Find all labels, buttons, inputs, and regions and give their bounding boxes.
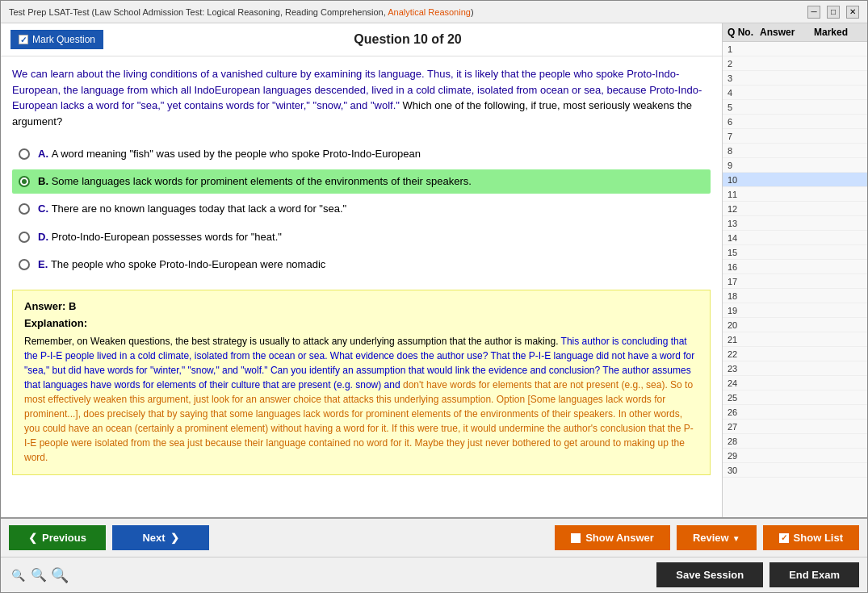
sidebar-row-3[interactable]: 3: [723, 71, 867, 86]
sidebar-row-22[interactable]: 22: [723, 347, 867, 361]
review-button[interactable]: Review: [677, 525, 757, 550]
col-marked: Marked: [814, 27, 862, 38]
close-button[interactable]: ✕: [846, 6, 859, 19]
col-answer: Answer: [760, 27, 814, 38]
q-num-25: 25: [728, 393, 760, 403]
sidebar-row-11[interactable]: 11: [723, 187, 867, 202]
sidebar-row-19[interactable]: 19: [723, 303, 867, 318]
next-button[interactable]: Next: [112, 525, 209, 550]
option-a-text: A. A word meaning "fish" was used by the…: [38, 147, 421, 161]
q-num-22: 22: [728, 349, 760, 359]
option-c[interactable]: C. There are no known languages today th…: [12, 197, 711, 221]
sidebar-header: Q No. Answer Marked: [723, 23, 867, 42]
option-a[interactable]: A. A word meaning "fish" was used by the…: [12, 142, 711, 166]
q-num-14: 14: [728, 233, 760, 243]
sidebar-row-21[interactable]: 21: [723, 332, 867, 347]
sidebar-row-4[interactable]: 4: [723, 86, 867, 100]
options-list: A. A word meaning "fish" was used by the…: [12, 142, 711, 277]
zoom-in-button[interactable]: 🔍: [51, 566, 69, 584]
sidebar-row-5[interactable]: 5: [723, 100, 867, 115]
show-list-icon: ✓: [779, 533, 789, 543]
radio-d: [19, 232, 30, 243]
option-b-text: B. Some languages lack words for promine…: [38, 174, 472, 189]
question-list[interactable]: 1234567891011121314151617181920212223242…: [723, 42, 867, 517]
q-num-4: 4: [728, 88, 760, 98]
question-title: Question 10 of 20: [103, 32, 712, 47]
sidebar-row-12[interactable]: 12: [723, 202, 867, 216]
answer-label: Answer: B: [24, 300, 698, 312]
main-content: Mark Question Question 10 of 20 We can l…: [1, 23, 867, 517]
sidebar-row-26[interactable]: 26: [723, 405, 867, 420]
window-title: Test Prep LSAT-Test (Law School Admissio…: [9, 7, 474, 17]
q-num-28: 28: [728, 436, 760, 446]
sidebar-row-30[interactable]: 30: [723, 463, 867, 478]
left-panel: Mark Question Question 10 of 20 We can l…: [1, 23, 722, 517]
sidebar-row-15[interactable]: 15: [723, 245, 867, 260]
window-controls: ─ □ ✕: [807, 6, 859, 19]
sidebar-row-17[interactable]: 17: [723, 274, 867, 289]
option-b[interactable]: B. Some languages lack words for promine…: [12, 169, 711, 194]
minimize-button[interactable]: ─: [807, 6, 820, 19]
sidebar-row-18[interactable]: 18: [723, 289, 867, 303]
sidebar-row-10[interactable]: 10: [723, 173, 867, 187]
option-d[interactable]: D. Proto-Indo-European possesses words f…: [12, 225, 711, 249]
end-exam-button[interactable]: End Exam: [769, 562, 859, 587]
next-arrow-icon: [170, 532, 179, 544]
q-num-9: 9: [728, 161, 760, 170]
radio-e: [19, 259, 30, 270]
explanation-text: Remember, on Weaken questions, the best …: [24, 334, 698, 465]
q-num-3: 3: [728, 73, 760, 83]
radio-c: [19, 203, 30, 215]
option-e[interactable]: E. The people who spoke Proto-Indo-Europ…: [12, 253, 711, 277]
sidebar-row-8[interactable]: 8: [723, 144, 867, 158]
sidebar-row-7[interactable]: 7: [723, 129, 867, 144]
sidebar-row-25[interactable]: 25: [723, 390, 867, 405]
show-answer-button[interactable]: Show Answer: [555, 525, 670, 550]
q-num-17: 17: [728, 277, 760, 286]
option-c-text: C. There are no known languages today th…: [38, 202, 346, 216]
sidebar-row-2[interactable]: 2: [723, 56, 867, 71]
sidebar-row-24[interactable]: 24: [723, 376, 867, 390]
right-panel: Q No. Answer Marked 12345678910111213141…: [722, 23, 867, 517]
sidebar-row-16[interactable]: 16: [723, 260, 867, 274]
app-window: Test Prep LSAT-Test (Law School Admissio…: [0, 0, 868, 593]
q-num-16: 16: [728, 262, 760, 272]
question-area: We can learn about the living conditions…: [1, 56, 722, 517]
prev-arrow-icon: [28, 532, 37, 544]
q-num-13: 13: [728, 219, 760, 228]
sidebar-row-27[interactable]: 27: [723, 420, 867, 434]
zoom-out-button[interactable]: 🔍: [9, 566, 27, 584]
sidebar-row-20[interactable]: 20: [723, 318, 867, 332]
q-num-21: 21: [728, 335, 760, 345]
save-session-button[interactable]: Save Session: [656, 562, 763, 587]
radio-a: [19, 148, 30, 160]
answer-section: Answer: B Explanation: Remember, on Weak…: [12, 290, 711, 475]
q-num-29: 29: [728, 451, 760, 461]
sidebar-row-13[interactable]: 13: [723, 216, 867, 231]
sidebar-row-29[interactable]: 29: [723, 449, 867, 463]
mark-button-label: Mark Question: [32, 34, 95, 45]
q-num-27: 27: [728, 422, 760, 432]
sidebar-row-1[interactable]: 1: [723, 42, 867, 56]
option-d-text: D. Proto-Indo-European possesses words f…: [38, 230, 282, 244]
q-num-12: 12: [728, 204, 760, 214]
review-dropdown-icon: [732, 532, 740, 544]
sidebar-row-14[interactable]: 14: [723, 231, 867, 245]
previous-button[interactable]: Previous: [9, 525, 106, 550]
sidebar-row-9[interactable]: 9: [723, 158, 867, 173]
maximize-button[interactable]: □: [827, 6, 840, 19]
zoom-controls: 🔍 🔍 🔍: [9, 566, 69, 584]
show-list-button[interactable]: ✓ Show List: [763, 525, 859, 550]
sidebar-row-23[interactable]: 23: [723, 361, 867, 376]
q-num-10: 10: [728, 175, 760, 185]
show-list-label: Show List: [794, 532, 843, 544]
q-num-2: 2: [728, 59, 760, 69]
header-bar: Mark Question Question 10 of 20: [1, 23, 722, 56]
q-num-18: 18: [728, 291, 760, 301]
sidebar-row-28[interactable]: 28: [723, 434, 867, 449]
zoom-normal-button[interactable]: 🔍: [30, 566, 48, 584]
q-num-26: 26: [728, 407, 760, 417]
option-e-text: E. The people who spoke Proto-Indo-Europ…: [38, 257, 325, 272]
sidebar-row-6[interactable]: 6: [723, 115, 867, 129]
mark-question-button[interactable]: Mark Question: [10, 30, 103, 49]
